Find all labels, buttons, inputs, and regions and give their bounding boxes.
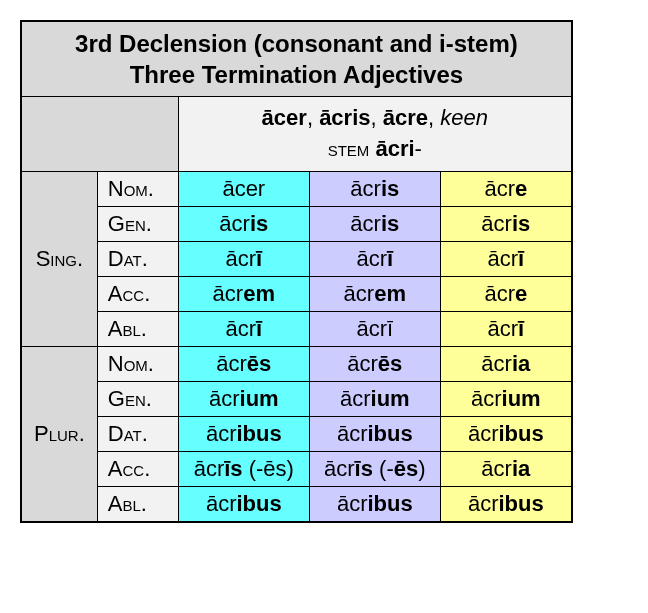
header-empty xyxy=(21,97,178,172)
cell-plur-gen-m: ācrium xyxy=(178,381,309,416)
cell-sing-acc-m: ācrem xyxy=(178,276,309,311)
cell-plur-dat-m: ācribus xyxy=(178,416,309,451)
title-line1: 3rd Declension (consonant and i-stem) xyxy=(75,30,518,57)
case-nom: Nom. xyxy=(97,171,178,206)
cell-plur-abl-m: ācribus xyxy=(178,486,309,522)
cell-sing-dat-f: ācrī xyxy=(309,241,440,276)
cell-plur-nom-f: ācrēs xyxy=(309,346,440,381)
cell-sing-abl-f: ācrī xyxy=(309,311,440,346)
case-acc: Acc. xyxy=(97,276,178,311)
declension-table: 3rd Declension (consonant and i-stem) Th… xyxy=(20,20,573,523)
title-line2: Three Termination Adjectives xyxy=(130,61,463,88)
cell-plur-abl-n: ācribus xyxy=(440,486,572,522)
header-forms: ācer, ācris, ācre, keen xyxy=(262,105,488,130)
cell-sing-dat-n: ācrī xyxy=(440,241,572,276)
cell-sing-nom-n: ācre xyxy=(440,171,572,206)
cell-plur-dat-f: ācribus xyxy=(309,416,440,451)
case-abl: Abl. xyxy=(97,311,178,346)
case-dat: Dat. xyxy=(97,241,178,276)
cell-sing-abl-n: ācrī xyxy=(440,311,572,346)
number-plural: Plur. xyxy=(21,346,97,522)
header-word: ācer, ācris, ācre, keen stem ācri- xyxy=(178,97,572,172)
cell-plur-abl-f: ācribus xyxy=(309,486,440,522)
cell-plur-nom-m: ācrēs xyxy=(178,346,309,381)
cell-sing-abl-m: ācrī xyxy=(178,311,309,346)
cell-plur-acc-f: ācrīs (-ēs) xyxy=(309,451,440,486)
case-abl-pl: Abl. xyxy=(97,486,178,522)
cell-plur-dat-n: ācribus xyxy=(440,416,572,451)
stem-value: ācri- xyxy=(375,136,421,161)
number-singular: Sing. xyxy=(21,171,97,346)
case-gen: Gen. xyxy=(97,206,178,241)
cell-sing-acc-f: ācrem xyxy=(309,276,440,311)
cell-sing-dat-m: ācrī xyxy=(178,241,309,276)
cell-sing-acc-n: ācre xyxy=(440,276,572,311)
stem-label: stem xyxy=(328,136,370,161)
cell-plur-acc-m: ācrīs (-ēs) xyxy=(178,451,309,486)
case-gen-pl: Gen. xyxy=(97,381,178,416)
case-nom-pl: Nom. xyxy=(97,346,178,381)
cell-plur-gen-f: ācrium xyxy=(309,381,440,416)
cell-sing-gen-m: ācris xyxy=(178,206,309,241)
case-dat-pl: Dat. xyxy=(97,416,178,451)
cell-plur-nom-n: ācria xyxy=(440,346,572,381)
table-title: 3rd Declension (consonant and i-stem) Th… xyxy=(21,21,572,97)
cell-sing-nom-f: ācris xyxy=(309,171,440,206)
cell-sing-gen-n: ācris xyxy=(440,206,572,241)
cell-sing-nom-m: ācer xyxy=(178,171,309,206)
cell-plur-gen-n: ācrium xyxy=(440,381,572,416)
case-acc-pl: Acc. xyxy=(97,451,178,486)
cell-plur-acc-n: ācria xyxy=(440,451,572,486)
cell-sing-gen-f: ācris xyxy=(309,206,440,241)
